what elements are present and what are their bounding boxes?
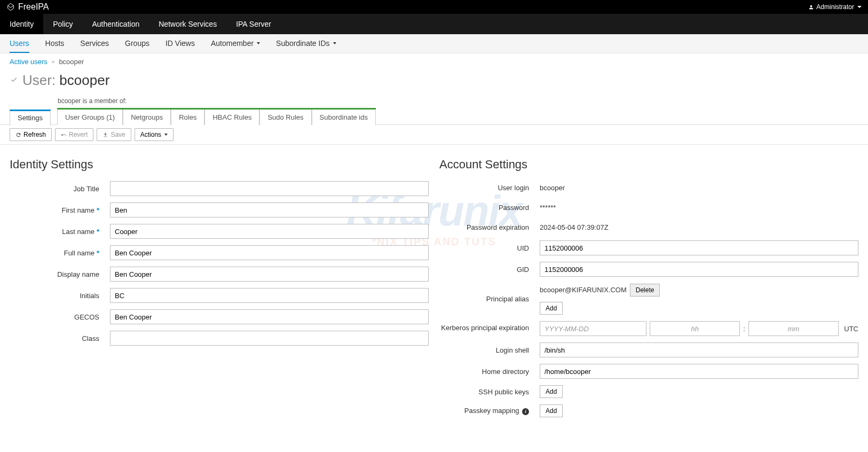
initials-label: Initials (10, 292, 110, 300)
principal-alias-label: Principal alias (439, 295, 540, 303)
subnav-id-views[interactable]: ID Views (165, 34, 195, 53)
tab-user-groups[interactable]: User Groups (1) (57, 110, 123, 125)
page-title: User: bcooper (0, 70, 868, 96)
first-name-input[interactable] (110, 202, 429, 217)
class-input[interactable] (110, 331, 429, 346)
save-button[interactable]: Save (97, 128, 131, 141)
display-name-label: Display name (10, 270, 110, 278)
add-passkey-button[interactable]: Add (540, 404, 563, 417)
gid-label: GID (439, 266, 540, 274)
nav-authentication[interactable]: Authentication (83, 14, 149, 34)
delete-alias-button[interactable]: Delete (630, 284, 660, 297)
login-shell-label: Login shell (439, 346, 540, 354)
uid-input[interactable] (540, 240, 858, 255)
tab-netgroups[interactable]: Netgroups (123, 110, 171, 125)
chevron-down-icon (333, 42, 336, 44)
kerberos-date-input[interactable] (540, 321, 646, 336)
gid-input[interactable] (540, 262, 858, 277)
tab-sudo-rules[interactable]: Sudo Rules (259, 110, 311, 125)
subnav-groups[interactable]: Groups (125, 34, 149, 53)
breadcrumb-sep: » (52, 59, 55, 65)
user-menu-label: Administrator (816, 3, 854, 11)
last-name-input[interactable] (110, 224, 429, 239)
check-icon (10, 76, 18, 85)
tab-settings[interactable]: Settings (10, 110, 51, 126)
full-name-label: Full name* (10, 249, 110, 257)
kerberos-hour-input[interactable] (650, 321, 740, 336)
initials-input[interactable] (110, 288, 429, 303)
nav-policy[interactable]: Policy (43, 14, 82, 34)
password-label: Password (439, 204, 540, 212)
toolbar: Refresh Revert Save Actions (0, 124, 868, 145)
tab-hbac-rules[interactable]: HBAC Rules (204, 110, 259, 125)
actions-button[interactable]: Actions (135, 128, 173, 141)
tabs: Settings User Groups (1) Netgroups Roles… (10, 108, 858, 125)
add-ssh-key-button[interactable]: Add (540, 385, 563, 398)
subnav-hosts[interactable]: Hosts (45, 34, 65, 53)
display-name-input[interactable] (110, 267, 429, 282)
home-directory-label: Home directory (439, 368, 540, 376)
account-settings-title: Account Settings (439, 158, 858, 172)
revert-button[interactable]: Revert (55, 128, 93, 141)
refresh-button[interactable]: Refresh (10, 128, 52, 141)
user-login-label: User login (439, 184, 540, 192)
brand-logo[interactable]: FreeIPA (6, 2, 49, 12)
kerberos-minute-input[interactable] (748, 321, 839, 336)
main-nav: Identity Policy Authentication Network S… (0, 14, 868, 34)
first-name-label: First name* (10, 206, 110, 214)
account-settings-column: Account Settings User login bcooper Pass… (439, 158, 858, 424)
login-shell-input[interactable] (540, 342, 858, 357)
chevron-down-icon (257, 42, 260, 44)
chevron-down-icon (857, 6, 862, 8)
subnav-services[interactable]: Services (80, 34, 109, 53)
job-title-input[interactable] (110, 181, 429, 196)
breadcrumb: Active users » bcooper (0, 53, 868, 70)
uid-label: UID (439, 244, 540, 252)
subnav-subordinate-ids[interactable]: Subordinate IDs (276, 34, 336, 53)
top-bar: FreeIPA Administrator (0, 0, 868, 14)
subnav-users[interactable]: Users (10, 34, 29, 53)
user-menu[interactable]: Administrator (808, 3, 862, 11)
breadcrumb-parent[interactable]: Active users (10, 58, 48, 66)
member-label: bcooper is a member of: (10, 96, 858, 108)
refresh-icon (15, 132, 21, 138)
nav-network-services[interactable]: Network Services (149, 14, 226, 34)
password-expiration-value: 2024-05-04 07:39:07Z (540, 221, 858, 234)
info-icon[interactable]: i (522, 408, 529, 415)
nav-identity[interactable]: Identity (0, 14, 43, 34)
gecos-label: GECOS (10, 313, 110, 321)
utc-label: UTC (844, 325, 858, 333)
sub-nav: Users Hosts Services Groups ID Views Aut… (0, 34, 868, 53)
full-name-input[interactable] (110, 245, 429, 260)
home-directory-input[interactable] (540, 364, 858, 379)
freeipa-icon (6, 3, 15, 11)
password-value: ****** (540, 201, 858, 214)
revert-icon (61, 132, 67, 138)
breadcrumb-current: bcooper (59, 58, 84, 66)
user-icon (808, 4, 814, 10)
password-expiration-label: Password expiration (439, 223, 540, 231)
user-login-value: bcooper (540, 181, 858, 194)
kerberos-expiration-label: Kerberos principal expiration (439, 321, 540, 332)
gecos-input[interactable] (110, 309, 429, 324)
nav-ipa-server[interactable]: IPA Server (226, 14, 281, 34)
subnav-automember[interactable]: Automember (211, 34, 260, 53)
save-icon (102, 132, 108, 138)
tab-roles[interactable]: Roles (171, 110, 204, 125)
brand-label: FreeIPA (18, 2, 49, 12)
ssh-keys-label: SSH public keys (439, 388, 540, 396)
identity-settings-title: Identity Settings (10, 158, 429, 172)
chevron-down-icon (164, 134, 168, 136)
passkey-mapping-label: Passkey mapping i (439, 407, 540, 415)
principal-alias-value: bcooper@KIFARUNIX.COM (540, 283, 627, 297)
tab-subordinate-ids[interactable]: Subordinate ids (312, 110, 376, 125)
add-alias-button[interactable]: Add (540, 302, 563, 315)
last-name-label: Last name* (10, 228, 110, 236)
job-title-label: Job Title (10, 185, 110, 193)
identity-settings-column: Identity Settings Job Title First name* … (10, 158, 429, 424)
class-label: Class (10, 334, 110, 342)
